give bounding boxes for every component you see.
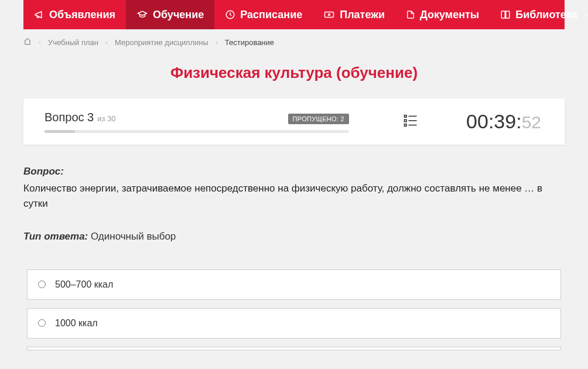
breadcrumb-separator xyxy=(37,40,42,46)
svg-point-2 xyxy=(329,14,330,16)
answer-text: 500–700 ккал xyxy=(55,279,113,290)
chevron-down-icon xyxy=(583,11,588,18)
graduation-cap-icon xyxy=(136,9,148,20)
question-heading: Вопрос: xyxy=(23,166,565,177)
nav-label: Обучение xyxy=(153,9,204,21)
status-card: Вопрос 3 из 30 ПРОПУЩЕНО: 2 00:39:52 xyxy=(23,98,565,145)
nav-label: Объявления xyxy=(49,9,115,21)
breadcrumb-study-plan[interactable]: Учебный план xyxy=(48,38,98,47)
nav-label: Платежи xyxy=(340,9,385,21)
nav-label: Библиотека xyxy=(515,9,577,21)
nav-education[interactable]: Обучение xyxy=(126,0,214,29)
answer-type-label: Тип ответа: xyxy=(23,231,88,242)
top-nav: Объявления Обучение Расписание Платежи Д… xyxy=(23,0,565,29)
question-total: из 30 xyxy=(97,114,115,123)
answer-option[interactable] xyxy=(27,347,561,350)
svg-rect-3 xyxy=(405,115,407,117)
nav-documents[interactable]: Документы xyxy=(395,0,490,29)
answer-radio[interactable] xyxy=(38,319,46,327)
svg-rect-4 xyxy=(405,119,407,122)
breadcrumb: Учебный план Мероприятие дисциплины Тест… xyxy=(6,29,582,53)
breadcrumb-current: Тестирование xyxy=(225,38,274,47)
timer-main: 00:39: xyxy=(466,110,522,133)
nav-label: Документы xyxy=(420,9,479,21)
nav-announcements[interactable]: Объявления xyxy=(23,0,126,29)
breadcrumb-separator xyxy=(104,40,109,46)
breadcrumb-separator xyxy=(214,40,219,46)
timer-seconds: 52 xyxy=(522,112,541,132)
nav-schedule[interactable]: Расписание xyxy=(214,0,313,29)
skipped-badge: ПРОПУЩЕНО: 2 xyxy=(288,114,349,124)
answer-option[interactable]: 1000 ккал xyxy=(27,308,561,339)
list-icon xyxy=(402,112,419,129)
nav-library[interactable]: Библиотека xyxy=(490,0,588,29)
answer-text: 1000 ккал xyxy=(55,318,98,329)
question-text: Количество энергии, затрачиваемое непоср… xyxy=(23,181,565,212)
megaphone-icon xyxy=(34,9,45,20)
book-icon xyxy=(500,9,511,20)
breadcrumb-discipline-event[interactable]: Мероприятие дисциплины xyxy=(115,38,208,47)
svg-rect-1 xyxy=(325,12,334,18)
svg-rect-5 xyxy=(405,124,407,126)
nav-payments[interactable]: Платежи xyxy=(313,0,395,29)
timer: 00:39:52 xyxy=(466,110,541,133)
document-icon xyxy=(406,9,415,20)
page-title: Физическая культура (обучение) xyxy=(6,64,582,82)
question-number: Вопрос 3 xyxy=(45,111,94,124)
breadcrumb-home[interactable] xyxy=(23,37,32,47)
clock-icon xyxy=(225,9,235,20)
progress-bar xyxy=(45,130,349,133)
answer-option[interactable]: 500–700 ккал xyxy=(27,269,561,300)
answers-list: 500–700 ккал 1000 ккал xyxy=(23,269,565,350)
answer-type-value: Одиночный выбор xyxy=(91,231,176,242)
nav-label: Расписание xyxy=(240,9,302,21)
progress-fill xyxy=(45,130,75,133)
payment-icon xyxy=(323,9,335,20)
question-list-button[interactable] xyxy=(402,112,419,131)
answer-radio[interactable] xyxy=(38,281,46,288)
home-icon xyxy=(23,37,32,46)
